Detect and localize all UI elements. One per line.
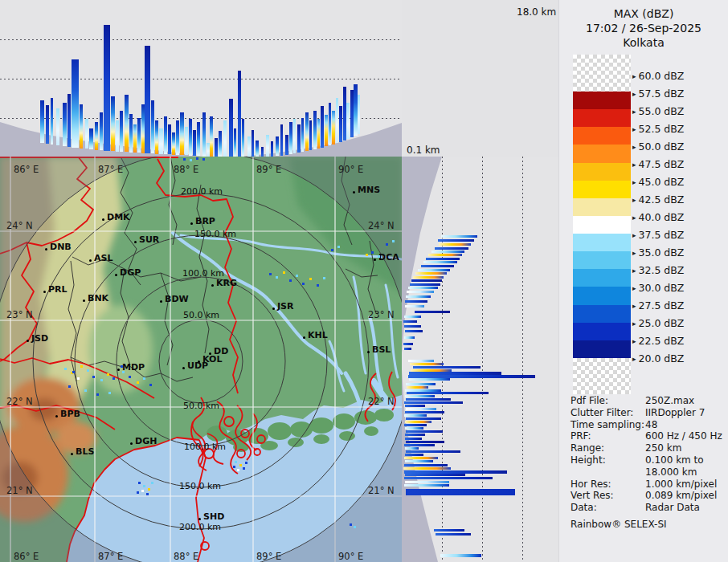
echo-bar [116,120,119,152]
range-ring-label: 200.0 km [179,522,221,532]
radar-echo-speck [80,365,83,368]
echo-bar [404,401,463,404]
echo-bar [405,438,422,440]
echo-bar [438,239,474,242]
range-ring-label: 100.0 km [184,442,226,452]
echo-bar [285,135,288,155]
echo-bar [180,112,184,155]
place-label: JSR [277,301,294,312]
echo-bar [215,138,218,157]
radar-echo-speck [148,488,150,491]
scale-tick-value: 60.0 dBZ [639,70,685,82]
echo-bar [405,395,435,397]
echo-bar [56,108,59,145]
echo-bar [406,489,515,495]
metadata-value: Radar Data [645,502,725,514]
echo-bar [436,533,471,536]
place-label: BDW [165,294,189,304]
echo-bar [80,104,83,149]
echo-bar [405,454,423,456]
echo-bar [406,398,451,401]
software-signature: Rainbow® SELEX-SI [571,519,725,531]
echo-bar [408,360,434,362]
echo-bar [407,291,434,293]
radar-echo-speck [289,279,292,282]
radar-echo-speck [84,389,87,392]
echo-bar [100,112,103,150]
place-dot [198,518,201,520]
echo-bar [242,119,244,157]
radar-echo-speck [378,255,380,258]
radar-echo-speck [121,365,123,368]
radar-echo-speck [137,491,139,494]
echo-bar [329,103,331,145]
profile-gridline [482,157,483,562]
echo-bar [293,119,296,153]
echo-bar [405,481,449,483]
ns-height-profile-panel [402,157,558,562]
echo-bar [405,427,423,430]
place-dot [367,351,370,353]
radar-echo-speck [64,368,67,370]
longitude-label: 87° E [98,551,123,562]
latitude-label: 23° N [368,309,395,320]
radar-echo-speck [276,276,278,279]
echo-bar [406,408,436,410]
place-dot [211,284,214,287]
scale-tick-arrow: ▸ [632,302,636,310]
latitude-label: 21° N [368,485,395,496]
scale-checker-top [573,55,631,92]
radar-echo-speck [183,158,186,161]
place-label: JSD [31,333,48,344]
metadata-value: 18.000 km [645,466,725,479]
scale-tick-arrow: ▸ [632,178,636,186]
place-label: DNB [50,242,72,252]
echo-bar [407,392,489,394]
echo-bar [111,96,115,151]
echo-bar [317,119,320,149]
echo-bar [95,122,98,150]
longitude-label: 87° E [98,164,123,175]
place-dot [45,248,47,250]
scale-band [573,216,631,234]
echo-bar [418,269,450,271]
metadata-row: Range:250 km [571,442,725,454]
radar-echo-speck [235,461,237,463]
echo-bar [67,94,71,147]
latitude-label: 22° N [368,396,395,407]
echo-bar [256,140,259,157]
longitude-label: 90° E [338,164,363,175]
echo-bar [266,135,269,157]
echo-bar [301,118,304,152]
echo-bar [407,386,428,389]
echo-bar [428,254,462,256]
metadata-value: 250Z.max [645,395,725,407]
scale-tick-arrow: ▸ [632,196,636,204]
place-dot [190,222,193,225]
scale-tick-arrow: ▸ [632,337,636,345]
scale-tick-label: ▸30.0 dBZ [632,282,684,294]
echo-bar [423,261,457,263]
latitude-label: 24° N [6,220,33,231]
echo-bar [46,105,49,144]
place-label: SHD [203,511,224,522]
radar-echo-speck [296,275,298,277]
echo-bar [435,247,468,250]
place-dot [55,415,58,417]
echo-bar [289,122,292,154]
metadata-label: Vert Res: [571,490,645,502]
echo-bar [411,279,442,282]
place-dot [115,274,117,276]
echo-bar [51,98,53,145]
scale-tick-arrow: ▸ [632,125,636,133]
place-dot [83,299,85,302]
scale-band [573,269,631,287]
echo-bar [40,100,44,143]
echo-bar [405,447,419,450]
place-label: BRP [195,216,215,226]
scale-tick-value: 42.5 dBZ [639,193,685,206]
echo-bar [321,106,324,148]
radar-echo-speck [350,523,352,526]
echo-bar [297,124,301,153]
scale-tick-value: 20.0 dBZ [639,352,685,364]
